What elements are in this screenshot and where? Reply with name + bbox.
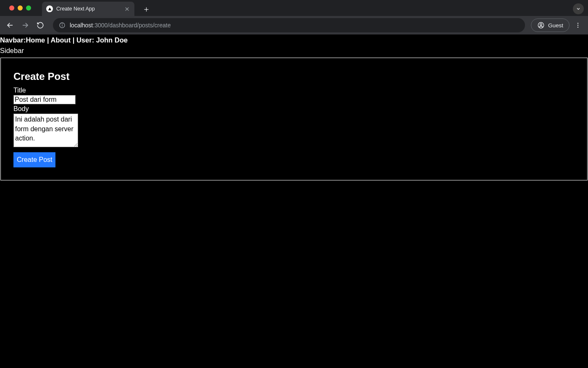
svg-point-8: [62, 24, 63, 24]
body-label: Body: [13, 105, 575, 113]
window-controls: [5, 0, 35, 16]
back-button[interactable]: [3, 19, 17, 32]
navbar: Navbar:Home | About | User: John Doe: [0, 34, 588, 46]
window-minimize-button[interactable]: [18, 5, 23, 11]
create-post-button[interactable]: Create Post: [13, 152, 55, 167]
page-title: Create Post: [13, 71, 575, 82]
window-maximize-button[interactable]: [26, 5, 31, 11]
nav-link-home[interactable]: Home: [26, 36, 45, 44]
nav-separator: |: [45, 36, 50, 44]
svg-point-12: [578, 25, 578, 26]
url-text: localhost:3000/dashboard/posts/create: [70, 22, 171, 29]
svg-point-11: [578, 23, 578, 24]
sidebar: Sidebar: [0, 46, 588, 57]
close-tab-button[interactable]: [123, 5, 130, 12]
nav-user-name: John Doe: [96, 36, 128, 44]
browser-toolbar: localhost:3000/dashboard/posts/create Gu…: [0, 16, 588, 34]
body-textarea[interactable]: [13, 114, 78, 147]
page-content: Navbar:Home | About | User: John Doe Sid…: [0, 34, 588, 180]
navbar-prefix: Navbar:: [0, 36, 26, 44]
svg-point-10: [540, 24, 542, 26]
reload-button[interactable]: [34, 19, 47, 32]
tab-bar: Create Next App: [0, 0, 588, 16]
svg-point-13: [578, 26, 578, 27]
tabs-dropdown-button[interactable]: [573, 3, 584, 14]
browser-menu-button[interactable]: [571, 19, 585, 32]
main-panel: Create Post Title Body Create Post: [0, 58, 588, 180]
window-close-button[interactable]: [9, 5, 14, 11]
browser-chrome: Create Next App localhost:3000/dashboard…: [0, 0, 588, 34]
title-input[interactable]: [13, 95, 76, 104]
nav-separator: |: [71, 36, 76, 44]
vercel-icon: [46, 5, 53, 12]
guest-label: Guest: [548, 22, 563, 29]
browser-tab[interactable]: Create Next App: [42, 2, 134, 16]
tab-title: Create Next App: [56, 6, 120, 12]
site-info-icon[interactable]: [59, 22, 66, 29]
nav-link-about[interactable]: About: [50, 36, 71, 44]
address-bar[interactable]: localhost:3000/dashboard/posts/create: [53, 18, 525, 32]
profile-button-guest[interactable]: Guest: [531, 19, 570, 32]
nav-user-prefix: User:: [76, 36, 96, 44]
forward-button[interactable]: [18, 19, 32, 32]
new-tab-button[interactable]: [140, 3, 152, 15]
title-label: Title: [13, 87, 575, 94]
